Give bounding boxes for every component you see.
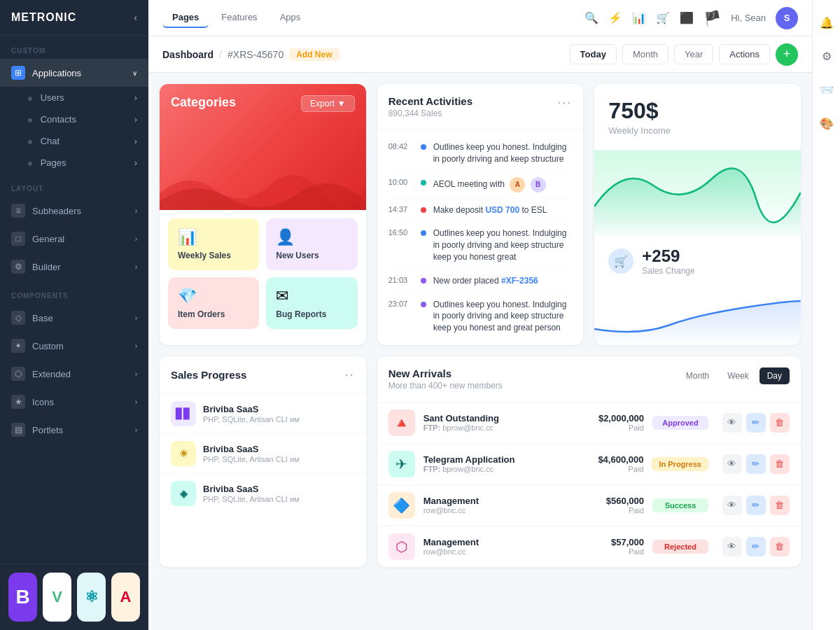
- view-button-1[interactable]: 👁: [722, 413, 742, 433]
- sidebar-item-builder[interactable]: ⚙ Builder ›: [0, 253, 148, 281]
- top-nav-right: 🔍 ⚡ 📊 🛒 ⬛ 🏴 Hi, Sean S: [584, 7, 798, 29]
- add-new-button[interactable]: +: [776, 43, 798, 66]
- right-palette-icon[interactable]: 🎨: [816, 112, 838, 134]
- delete-button-1[interactable]: 🗑: [770, 413, 790, 433]
- arrival-icon-4: ⬡: [388, 533, 415, 560]
- edit-button-1[interactable]: ✏: [746, 413, 766, 433]
- arrival-actions-2: 👁 ✏ 🗑: [722, 454, 790, 474]
- activities-menu-button[interactable]: ···: [557, 95, 572, 110]
- activity-highlight: USD 700: [485, 205, 519, 215]
- builder-chevron: ›: [135, 263, 137, 271]
- delete-button-4[interactable]: 🗑: [770, 537, 790, 556]
- arrival-icon-3: 🔷: [388, 492, 415, 519]
- sidebar-item-icons[interactable]: ★ Icons ›: [0, 388, 148, 416]
- arrival-name-1: Sant Outstanding: [424, 413, 566, 424]
- sidebar-collapse-button[interactable]: ‹: [134, 12, 137, 23]
- builder-icon: ⚙: [11, 260, 25, 274]
- new-users-icon: 👤: [276, 228, 347, 246]
- sidebar-item-contacts[interactable]: Contacts ›: [0, 108, 148, 130]
- income-chart-bottom: [594, 287, 801, 343]
- sidebar-item-label-subheaders: Subheaders: [32, 206, 81, 216]
- sidebar-item-label-applications: Applications: [32, 68, 81, 78]
- sales-desc-2: PHP, SQLite, Artisan CLI им: [203, 455, 355, 463]
- sidebar-item-users[interactable]: Users ›: [0, 87, 148, 108]
- category-bug-reports[interactable]: ✉ Bug Reports: [266, 277, 357, 329]
- bootstrap-logo[interactable]: B: [8, 573, 37, 622]
- sub-header: Dashboard / #XRS-45670 Add New Today Mon…: [148, 36, 812, 73]
- arrival-badge-4: Rejected: [652, 540, 708, 554]
- activity-text: Outlines keep you honest. Indulging in p…: [433, 299, 573, 334]
- sidebar-item-label-general: General: [32, 234, 64, 244]
- cart-icon[interactable]: 🛒: [656, 11, 670, 24]
- view-button-2[interactable]: 👁: [722, 454, 742, 474]
- arrivals-period-month[interactable]: Month: [678, 368, 717, 384]
- tab-pages[interactable]: Pages: [162, 8, 209, 28]
- sidebar-item-applications[interactable]: ⊞ Applications ∨: [0, 59, 148, 87]
- export-button[interactable]: Export ▼: [301, 95, 355, 112]
- sales-menu-button[interactable]: ··: [345, 368, 355, 382]
- sidebar-item-extended[interactable]: ⬡ Extended ›: [0, 360, 148, 388]
- actions-button[interactable]: Actions: [719, 44, 770, 64]
- arrivals-period-day[interactable]: Day: [760, 368, 790, 384]
- weekly-sales-icon: 📊: [178, 228, 249, 246]
- sidebar-item-label-builder: Builder: [32, 262, 60, 272]
- delete-button-3[interactable]: 🗑: [770, 496, 790, 515]
- sales-logo-3: ◈: [171, 481, 196, 506]
- arrival-icon-2: ✈: [388, 451, 415, 477]
- category-item-orders[interactable]: 💎 Item Orders: [168, 277, 259, 329]
- sales-item: ◈ Briviba SaaS PHP, SQLite, Artisan CLI …: [160, 473, 366, 513]
- activity-time: 23:07: [388, 300, 414, 308]
- grid-icon[interactable]: ⬛: [680, 11, 694, 24]
- user-avatar[interactable]: S: [776, 7, 798, 29]
- tab-features[interactable]: Features: [211, 8, 267, 28]
- category-new-users[interactable]: 👤 New Users: [266, 218, 357, 270]
- right-bell-icon[interactable]: 🔔: [816, 11, 838, 34]
- arrival-paid-2: Paid: [573, 465, 643, 473]
- sidebar-item-general[interactable]: □ General ›: [0, 225, 148, 253]
- sidebar-item-chat[interactable]: Chat ›: [0, 130, 148, 152]
- sales-logo-2: ☀: [171, 441, 196, 466]
- activities-title: Recent Activities: [388, 95, 472, 107]
- right-mail-icon[interactable]: 📨: [816, 78, 838, 101]
- arrivals-subtitle: More than 400+ new members: [388, 381, 503, 391]
- tab-apps[interactable]: Apps: [270, 8, 311, 28]
- arrival-amount-4: $57,000: [574, 537, 644, 547]
- arrival-actions-4: 👁 ✏ 🗑: [722, 537, 790, 556]
- sidebar-item-label-custom: Custom: [32, 341, 64, 351]
- edit-button-3[interactable]: ✏: [746, 496, 766, 515]
- edit-button-2[interactable]: ✏: [746, 454, 766, 474]
- flag-icon[interactable]: 🏴: [704, 10, 721, 27]
- react-logo[interactable]: ⚛: [77, 573, 106, 622]
- sidebar-item-label-pages: Pages: [41, 158, 66, 168]
- right-gear-icon[interactable]: ⚙: [816, 45, 838, 67]
- period-year-button[interactable]: Year: [674, 44, 713, 64]
- sidebar-item-subheaders[interactable]: ≡ Subheaders ›: [0, 197, 148, 225]
- edit-button-4[interactable]: ✏: [746, 537, 766, 556]
- delete-button-2[interactable]: 🗑: [770, 454, 790, 474]
- period-today-button[interactable]: Today: [570, 44, 617, 64]
- activity-item: 14:37 Make deposit USD 700 to ESL: [388, 199, 573, 223]
- sales-item: ☀ Briviba SaaS PHP, SQLite, Artisan CLI …: [160, 433, 366, 473]
- sidebar-item-custom[interactable]: ✦ Custom ›: [0, 332, 148, 360]
- breadcrumb-add-button[interactable]: Add New: [289, 48, 339, 61]
- view-button-3[interactable]: 👁: [722, 496, 742, 515]
- category-weekly-sales[interactable]: 📊 Weekly Sales: [168, 218, 259, 270]
- change-label: Sales Change: [642, 266, 694, 276]
- extended-chevron: ›: [135, 370, 137, 378]
- sales-info-2: Briviba SaaS PHP, SQLite, Artisan CLI им: [203, 444, 355, 463]
- activity-item: 10:00 AEOL meeting with A B: [388, 172, 573, 199]
- vue-logo[interactable]: V: [43, 573, 71, 622]
- view-button-4[interactable]: 👁: [722, 537, 742, 556]
- chart-icon[interactable]: 📊: [632, 11, 646, 24]
- breadcrumb: Dashboard / #XRS-45670 Add New: [162, 48, 340, 61]
- sidebar-item-base[interactable]: ◇ Base ›: [0, 304, 148, 332]
- arrival-name-4: Management: [424, 537, 566, 547]
- sidebar-item-portlets[interactable]: ▤ Portlets ›: [0, 416, 148, 444]
- categories-title: Categories: [171, 95, 236, 109]
- bolt-icon[interactable]: ⚡: [608, 11, 622, 24]
- arrivals-period-week[interactable]: Week: [720, 368, 756, 384]
- period-month-button[interactable]: Month: [622, 44, 668, 64]
- angular-logo[interactable]: A: [111, 573, 140, 622]
- sidebar-item-pages[interactable]: Pages ›: [0, 152, 148, 174]
- search-icon[interactable]: 🔍: [584, 11, 598, 24]
